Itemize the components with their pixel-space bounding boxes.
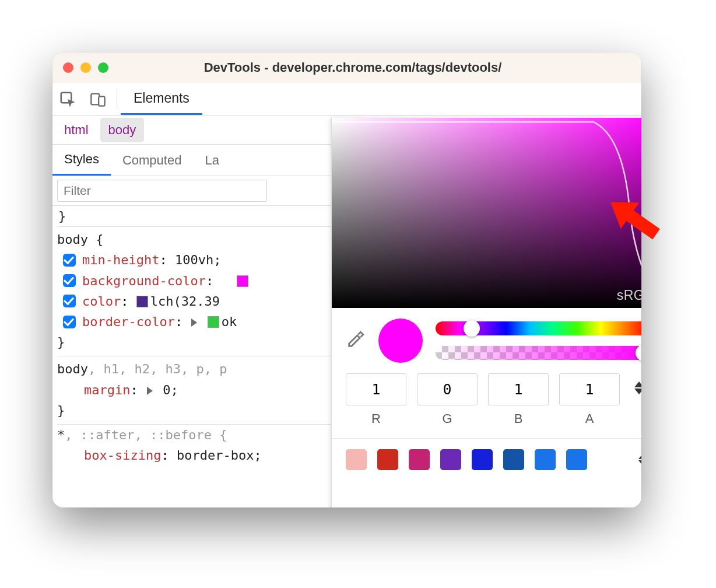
color-swatch-icon[interactable]	[136, 296, 148, 307]
spectrum-field[interactable]: sRGB	[332, 118, 641, 308]
decl-toggle[interactable]	[63, 316, 76, 328]
palette-swatch[interactable]	[440, 449, 461, 470]
channel-b-label: B	[488, 411, 549, 426]
palette-swatch[interactable]	[566, 449, 587, 470]
decl-toggle[interactable]	[63, 295, 76, 307]
decl-toggle[interactable]	[63, 274, 76, 287]
palette-swatch[interactable]	[503, 449, 524, 470]
zoom-icon[interactable]	[98, 62, 108, 73]
palette-stepper[interactable]	[638, 453, 641, 466]
picker-controls	[332, 308, 641, 369]
palette-swatch[interactable]	[409, 449, 430, 470]
titlebar: DevTools - developer.chrome.com/tags/dev…	[52, 52, 641, 83]
channel-a-label: A	[559, 411, 620, 426]
separator	[117, 89, 117, 109]
expand-icon[interactable]	[147, 387, 153, 395]
svg-rect-2	[99, 96, 105, 106]
channel-a-input[interactable]	[559, 373, 620, 405]
decl-toggle[interactable]	[63, 254, 76, 267]
prop-name: min-height	[82, 253, 159, 267]
hue-slider[interactable]	[436, 321, 641, 335]
crumb-html[interactable]: html	[56, 118, 97, 142]
palette-swatch[interactable]	[535, 449, 556, 470]
hue-thumb[interactable]	[464, 320, 480, 337]
chevron-up-icon[interactable]	[638, 453, 641, 459]
prop-name: margin	[84, 383, 130, 397]
close-icon[interactable]	[63, 62, 73, 73]
prop-name: box-sizing	[84, 448, 161, 463]
alpha-thumb[interactable]	[636, 345, 641, 361]
inspect-element-icon[interactable]	[52, 83, 83, 115]
prop-value[interactable]: 0;	[163, 383, 178, 397]
prop-name: color	[82, 294, 121, 309]
prop-value[interactable]: border-box;	[177, 448, 262, 463]
color-preview	[378, 318, 423, 363]
channel-g-input[interactable]	[417, 373, 478, 405]
channel-g-label: G	[417, 411, 478, 426]
panel-tabs: Elements	[121, 83, 202, 115]
alpha-slider[interactable]	[436, 346, 641, 360]
channel-r-label: R	[346, 411, 406, 426]
toolbar: Elements	[52, 83, 641, 116]
channel-r-input[interactable]	[346, 373, 406, 405]
minimize-icon[interactable]	[80, 62, 91, 73]
devtools-window: DevTools - developer.chrome.com/tags/dev…	[52, 52, 641, 508]
gamut-label: sRGB	[617, 288, 641, 303]
color-picker: sRGB R	[331, 118, 641, 508]
styles-filter-input[interactable]	[57, 180, 267, 202]
window-title: DevTools - developer.chrome.com/tags/dev…	[120, 60, 585, 75]
crumb-body[interactable]: body	[100, 118, 145, 142]
expand-icon[interactable]	[191, 318, 197, 327]
traffic-lights	[63, 62, 108, 73]
tab-elements[interactable]: Elements	[121, 83, 202, 115]
chevron-down-icon[interactable]	[638, 460, 641, 466]
subtab-layout[interactable]: La	[193, 145, 230, 176]
channel-inputs: R G B A	[332, 369, 641, 426]
palette-swatch[interactable]	[346, 449, 367, 470]
prop-value[interactable]: lch(32.39	[150, 294, 220, 309]
channel-b-input[interactable]	[488, 373, 549, 405]
color-swatch-icon[interactable]	[237, 275, 248, 287]
color-swatch-icon[interactable]	[208, 316, 219, 328]
chevron-down-icon[interactable]	[634, 388, 641, 394]
gamut-boundary-line	[332, 118, 641, 307]
palette	[332, 438, 641, 470]
prop-name: background-color	[82, 274, 206, 288]
prop-value[interactable]: 100vh;	[175, 253, 221, 267]
palette-swatch[interactable]	[472, 449, 493, 470]
prop-value[interactable]: ok	[222, 314, 237, 329]
color-mode-stepper[interactable]	[630, 382, 641, 394]
subtab-computed[interactable]: Computed	[111, 145, 194, 176]
eyedropper-icon[interactable]	[346, 330, 366, 352]
prop-name: border-color	[82, 314, 175, 329]
device-toggle-icon[interactable]	[83, 83, 113, 115]
chevron-up-icon[interactable]	[634, 382, 641, 387]
subtab-styles[interactable]: Styles	[52, 145, 111, 176]
palette-swatch[interactable]	[377, 449, 398, 470]
